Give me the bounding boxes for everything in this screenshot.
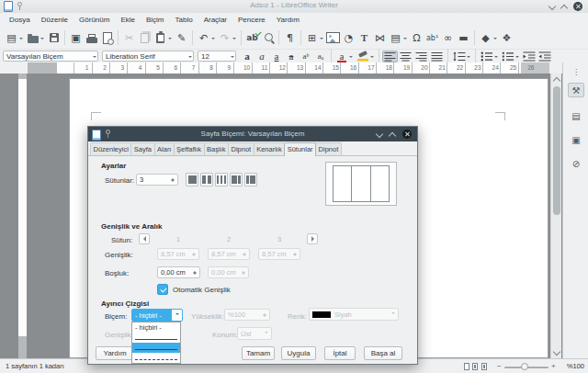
italic-icon[interactable]: a <box>254 51 269 62</box>
preset-right-wide[interactable] <box>244 173 257 186</box>
numbered-list-icon[interactable] <box>500 51 515 62</box>
combo-chevron-icon[interactable] <box>175 313 179 317</box>
menu-gorunum[interactable]: Görünüm <box>74 16 115 24</box>
tab-dipnot[interactable]: Dipnot <box>228 142 254 155</box>
increase-indent-icon[interactable] <box>521 51 537 62</box>
line-style-option-solid[interactable] <box>132 333 180 343</box>
insert-comment-icon[interactable]: ▬ <box>456 29 471 46</box>
special-character-icon[interactable]: Ω <box>409 29 424 46</box>
cut-icon[interactable]: ✂ <box>121 29 137 46</box>
properties-deck-icon[interactable]: ⚒ <box>568 83 584 97</box>
export-pdf-icon[interactable]: ▣ <box>68 29 84 46</box>
superscript-icon[interactable]: aᵇ <box>299 51 313 62</box>
insert-chart-icon[interactable]: ◔ <box>341 29 356 46</box>
save-icon[interactable] <box>46 29 62 46</box>
find-replace-icon[interactable] <box>260 29 276 46</box>
hyperlink-icon[interactable]: ∞ <box>440 29 456 46</box>
menu-dosya[interactable]: Dosya <box>4 16 36 24</box>
highlight-color-dropdown-icon[interactable] <box>370 56 374 60</box>
open-document-dropdown-icon[interactable] <box>40 38 44 41</box>
scrollbar-thumb[interactable] <box>553 86 560 215</box>
undo-dropdown-icon[interactable] <box>211 38 215 41</box>
reset-button[interactable]: Başa al <box>364 346 402 360</box>
insert-field-icon[interactable]: ▤ <box>388 29 403 46</box>
print-preview-icon[interactable] <box>99 29 115 46</box>
font-color-icon[interactable]: a <box>334 51 349 62</box>
zoom-level[interactable]: %100 <box>567 362 584 370</box>
menu-yardim[interactable]: Yardım <box>271 16 305 24</box>
print-icon[interactable] <box>84 29 99 46</box>
scroll-columns-left-button[interactable] <box>139 233 150 244</box>
line-style-combobox[interactable]: - hiçbiri - <box>131 309 183 322</box>
tab-dipnot-2[interactable]: Dipnot <box>315 142 342 155</box>
undo-icon[interactable]: ↶ <box>196 29 211 46</box>
subscript-icon[interactable]: aₐ <box>313 51 328 62</box>
menu-tablo[interactable]: Tablo <box>170 16 198 24</box>
underline-icon[interactable]: a <box>269 51 284 62</box>
open-document-icon[interactable] <box>25 29 40 46</box>
book-view-icon[interactable] <box>481 363 487 370</box>
vertical-ruler[interactable] <box>18 73 27 358</box>
line-spacing-icon[interactable] <box>451 51 467 62</box>
spin-down-icon[interactable] <box>193 273 197 277</box>
insert-textbox-icon[interactable]: T <box>356 29 372 46</box>
font-size-combo[interactable]: 12 <box>198 51 236 62</box>
preset-three-columns[interactable] <box>215 173 228 186</box>
menu-ekle[interactable]: Ekle <box>115 16 141 24</box>
insert-table-icon[interactable]: ⊞ <box>304 29 320 46</box>
close-button[interactable] <box>573 2 582 11</box>
new-document-icon[interactable]: ▤ <box>4 29 19 46</box>
spacing-spinbox-2[interactable]: 0,00 cm <box>208 266 249 278</box>
insert-field-dropdown-icon[interactable] <box>403 38 407 41</box>
help-button[interactable]: Yardım <box>96 346 134 360</box>
menu-bicim[interactable]: Biçim <box>141 16 170 24</box>
preset-left-wide[interactable] <box>230 173 243 186</box>
basic-shapes-dropdown-icon[interactable] <box>493 38 497 41</box>
zoom-in-icon[interactable]: + <box>551 362 556 370</box>
gallery-deck-icon[interactable]: ▣ <box>568 132 584 147</box>
navigator-deck-icon[interactable]: ⊘ <box>568 156 584 171</box>
width-spinbox-3[interactable]: 8,57 cm <box>258 248 300 260</box>
tab-sutunlar[interactable]: Sütunlar <box>284 142 316 156</box>
zoom-out-icon[interactable]: − <box>497 362 502 370</box>
basic-shapes-icon[interactable]: ◆ <box>478 29 493 46</box>
spacing-spinbox-1[interactable]: 0,00 cm <box>157 266 200 278</box>
line-position-combobox[interactable]: Üst <box>237 327 272 340</box>
tab-kenarlik[interactable]: Kenarlık <box>254 142 286 155</box>
paste-icon[interactable] <box>153 29 168 46</box>
menu-araclar[interactable]: Araçlar <box>198 16 232 24</box>
insert-table-dropdown-icon[interactable] <box>320 38 323 41</box>
align-left-icon[interactable] <box>382 51 398 62</box>
vertical-scrollbar[interactable] <box>550 73 561 358</box>
insert-image-icon[interactable] <box>325 29 341 46</box>
spelling-icon[interactable]: ab <box>244 29 260 46</box>
apply-button[interactable]: Uygula <box>281 346 316 360</box>
preset-two-columns[interactable] <box>200 173 213 186</box>
width-spinbox-2[interactable]: 8,57 cm <box>208 248 250 260</box>
tab-sayfa[interactable]: Sayfa <box>130 142 154 155</box>
page-break-icon[interactable]: ⋈ <box>372 29 388 46</box>
dialog-close-button[interactable] <box>402 130 412 139</box>
width-spinbox-1[interactable]: 8,57 cm <box>157 248 199 260</box>
columns-spinbox[interactable]: 3 <box>136 174 178 186</box>
paragraph-style-combo[interactable]: Varsayılan Biçem <box>3 51 98 62</box>
bold-icon[interactable]: a <box>240 51 254 62</box>
highlight-color-icon[interactable] <box>355 51 370 62</box>
align-right-icon[interactable] <box>413 51 429 62</box>
tab-seffaflik[interactable]: Şeffaflık <box>174 142 205 155</box>
menu-pencere[interactable]: Pencere <box>232 16 271 24</box>
tab-alan[interactable]: Alan <box>154 142 175 155</box>
redo-dropdown-icon[interactable] <box>232 38 236 41</box>
clone-formatting-icon[interactable]: ✎ <box>174 29 189 46</box>
autowidth-checkbox[interactable] <box>157 284 168 295</box>
line-spacing-dropdown-icon[interactable] <box>467 56 470 60</box>
strikethrough-icon[interactable]: a <box>284 51 299 62</box>
font-color-dropdown-icon[interactable] <box>349 56 353 60</box>
tab-baslik[interactable]: Başlık <box>204 142 229 155</box>
preset-one-column[interactable] <box>186 173 198 186</box>
line-style-option-none[interactable]: - hiçbiri - <box>132 322 180 333</box>
multi-page-view-icon[interactable] <box>472 363 478 370</box>
line-style-option-dashed[interactable] <box>132 353 180 363</box>
dialog-titlebar[interactable]: Sayfa Biçemi: Varsayılan Biçem <box>88 127 417 141</box>
menu-duzenle[interactable]: Düzenle <box>36 16 74 24</box>
